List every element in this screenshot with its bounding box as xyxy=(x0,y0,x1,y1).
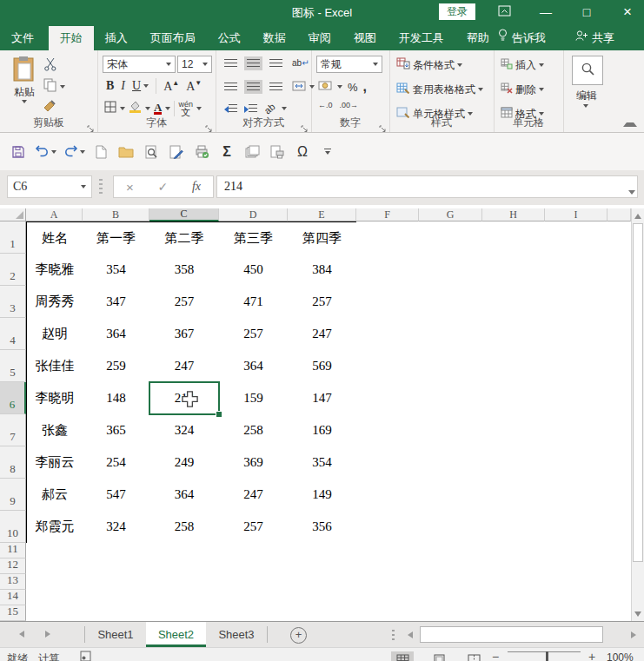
column-header-partial[interactable] xyxy=(607,208,631,221)
cell-C15[interactable] xyxy=(149,605,220,621)
underline-caret[interactable] xyxy=(143,84,149,88)
tab-开发工具[interactable]: 开发工具 xyxy=(388,26,455,50)
cell-F1[interactable] xyxy=(356,221,420,254)
quick-print-button[interactable] xyxy=(192,142,211,162)
spreadsheet-grid[interactable]: ABCDEFGHI123456789101112131415姓名第一季第二季第三… xyxy=(0,208,631,621)
cell-I14[interactable] xyxy=(545,590,608,606)
cell-I6[interactable] xyxy=(545,382,608,415)
row-header-14[interactable]: 14 xyxy=(0,590,26,605)
cell-H3[interactable] xyxy=(482,286,546,319)
column-header-G[interactable]: G xyxy=(419,208,482,221)
enter-icon[interactable]: ✓ xyxy=(157,180,168,194)
number-dialog-launcher-icon[interactable] xyxy=(379,121,387,129)
symbol-button[interactable]: Ω xyxy=(293,142,312,162)
accounting-caret[interactable] xyxy=(337,85,342,89)
cell-C11[interactable] xyxy=(149,543,220,559)
page-break-view-icon[interactable] xyxy=(462,651,485,661)
cell-G15[interactable] xyxy=(419,605,483,621)
cell-?15[interactable] xyxy=(607,605,631,621)
cell-E9[interactable]: 149 xyxy=(288,479,357,512)
cell-A3[interactable]: 周秀秀 xyxy=(26,286,83,319)
cell-I10[interactable] xyxy=(545,511,608,544)
cell-D8[interactable]: 369 xyxy=(219,446,289,479)
cell-B9[interactable]: 547 xyxy=(83,479,150,512)
alignment-dialog-launcher-icon[interactable] xyxy=(301,121,309,129)
cell-?7[interactable] xyxy=(607,414,631,447)
orientation-icon[interactable]: ab xyxy=(262,101,277,116)
macro-record-icon[interactable] xyxy=(80,651,91,661)
cell-D12[interactable] xyxy=(219,559,289,575)
borders-icon[interactable] xyxy=(104,101,116,116)
cell-B4[interactable]: 364 xyxy=(83,318,150,351)
cell-I4[interactable] xyxy=(545,318,608,351)
tab-数据[interactable]: 数据 xyxy=(252,26,297,50)
cell-G4[interactable] xyxy=(419,318,483,351)
row-header-4[interactable]: 4 xyxy=(0,318,26,350)
page-layout-view-icon[interactable] xyxy=(428,651,450,661)
cell-F4[interactable] xyxy=(356,318,420,351)
font-name-combo[interactable]: 宋体 xyxy=(103,56,176,73)
cell-D3[interactable]: 471 xyxy=(219,286,289,319)
name-box[interactable]: C6 xyxy=(7,175,92,198)
cell-H5[interactable] xyxy=(482,350,546,383)
sheet-tab-sheet2[interactable]: Sheet2 xyxy=(146,622,206,647)
underline-button[interactable]: U xyxy=(132,79,141,93)
cell-A6[interactable]: 李晓明 xyxy=(26,382,83,415)
cell-A7[interactable]: 张鑫 xyxy=(26,414,83,447)
cell-E2[interactable]: 384 xyxy=(288,254,357,287)
cell-E12[interactable] xyxy=(288,559,357,575)
font-color-caret[interactable] xyxy=(165,107,170,110)
column-header-B[interactable]: B xyxy=(83,208,149,221)
tab-file[interactable]: 文件 xyxy=(0,26,45,50)
cell-B14[interactable] xyxy=(83,590,150,606)
copy-dropdown-caret[interactable] xyxy=(60,85,65,89)
cell-B7[interactable]: 365 xyxy=(83,414,150,447)
new-sheet-button[interactable]: + xyxy=(290,627,307,644)
cell-H8[interactable] xyxy=(482,446,546,479)
cell-H1[interactable] xyxy=(482,221,546,254)
cell-D5[interactable]: 364 xyxy=(219,350,289,383)
zoom-out-button[interactable]: − xyxy=(492,650,499,661)
cell-G5[interactable] xyxy=(419,350,483,383)
cell-A9[interactable]: 郝云 xyxy=(26,479,83,512)
column-header-F[interactable]: F xyxy=(356,208,419,221)
cell-C5[interactable]: 247 xyxy=(149,350,220,383)
cell-G7[interactable] xyxy=(419,414,483,447)
fill-handle[interactable] xyxy=(216,411,222,418)
cell-?11[interactable] xyxy=(607,543,631,559)
number-format-combo[interactable]: 常规 xyxy=(316,56,382,73)
status-calculate[interactable]: 计算 xyxy=(38,651,59,661)
row-header-7[interactable]: 7 xyxy=(0,414,26,446)
align-top-icon[interactable] xyxy=(224,59,237,68)
cell-A5[interactable]: 张佳佳 xyxy=(26,350,83,383)
cell-A2[interactable]: 李晓雅 xyxy=(26,254,83,287)
row-header-6[interactable]: 6 xyxy=(0,382,26,414)
align-middle-icon[interactable] xyxy=(247,59,260,68)
italic-button[interactable]: I xyxy=(121,79,125,93)
tab-公式[interactable]: 公式 xyxy=(207,26,252,50)
cell-I12[interactable] xyxy=(545,559,608,575)
zoom-slider-track[interactable] xyxy=(508,651,581,652)
cell-E10[interactable]: 356 xyxy=(288,511,357,544)
cell-C12[interactable] xyxy=(149,559,220,575)
cell-B15[interactable] xyxy=(83,605,150,621)
column-header-H[interactable]: H xyxy=(482,208,545,221)
cell-?14[interactable] xyxy=(607,590,631,606)
cell-F15[interactable] xyxy=(356,605,420,621)
format-as-table-button[interactable]: 套用表格格式 xyxy=(396,82,483,97)
tab-插入[interactable]: 插入 xyxy=(94,26,139,50)
hscroll-right-icon[interactable] xyxy=(631,631,636,638)
customize-qat-icon[interactable] xyxy=(318,142,337,162)
percent-style-button[interactable]: % xyxy=(348,81,358,94)
namebox-splitter[interactable] xyxy=(99,179,103,195)
cell-G2[interactable] xyxy=(419,254,483,287)
paste-button[interactable]: 粘贴 xyxy=(7,56,42,103)
cell-B12[interactable] xyxy=(83,559,150,575)
editing-label[interactable]: 编辑 xyxy=(576,89,597,103)
hscroll-left-icon[interactable] xyxy=(408,631,413,638)
cell-G11[interactable] xyxy=(419,543,483,559)
copy-button[interactable] xyxy=(43,78,65,96)
grow-font-button[interactable]: A▲ xyxy=(163,79,179,94)
font-dialog-launcher-icon[interactable] xyxy=(205,121,213,129)
increase-indent-icon[interactable] xyxy=(244,101,257,116)
